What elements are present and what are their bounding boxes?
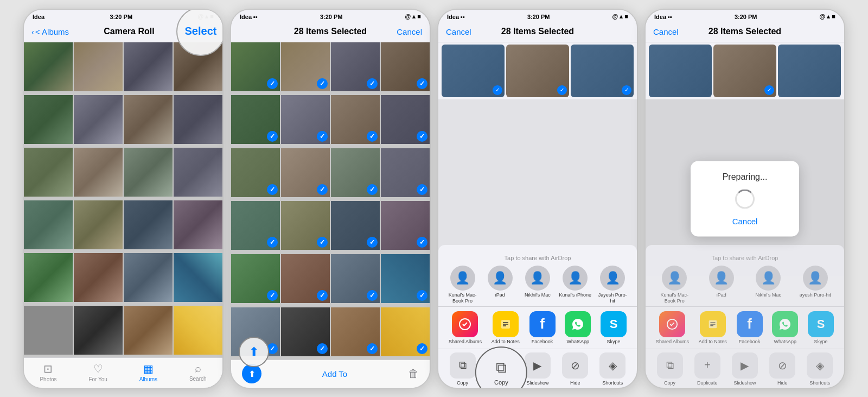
action-hide[interactable]: ⊘ Hide xyxy=(562,352,588,386)
photo-cell[interactable] xyxy=(24,200,73,249)
delete-button[interactable]: 🗑 xyxy=(408,368,419,380)
airdrop-label-4: Tap to share with AirDrop xyxy=(646,251,844,263)
battery-3: @ ▴ ■ xyxy=(612,13,628,20)
airdrop-person[interactable]: 👤 Kunal's iPhone xyxy=(559,266,591,304)
tab-photos[interactable]: ⊡ Photos xyxy=(40,362,56,382)
add-to-button[interactable]: Add To xyxy=(322,369,347,379)
share-app-whatsapp[interactable]: WhatsApp xyxy=(565,311,591,344)
albums-icon: ▦ xyxy=(143,362,154,375)
photo-cell[interactable]: ✓ xyxy=(381,254,430,303)
photo-cell[interactable]: ✓ xyxy=(281,254,330,303)
shared-albums-icon xyxy=(452,311,478,337)
photo-cell[interactable]: ✓ xyxy=(281,42,330,91)
carrier-signal-4: Idea ▪▪ xyxy=(654,14,672,20)
photo-cell[interactable]: ✓ xyxy=(381,307,430,356)
cancel-button-3[interactable]: Cancel xyxy=(446,27,471,36)
action-duplicate-4: + Duplicate xyxy=(694,352,720,386)
tab-for-you[interactable]: ♡ For You xyxy=(88,362,107,382)
airdrop-person[interactable]: 👤 iPad xyxy=(484,266,516,304)
photo-cell[interactable]: ✓ xyxy=(331,254,380,303)
photo-cell[interactable] xyxy=(24,253,73,302)
share-app-shared-albums[interactable]: Shared Albums xyxy=(449,311,482,344)
tab-albums[interactable]: ▦ Albums xyxy=(139,362,157,382)
photo-cell[interactable]: ✓ xyxy=(381,201,430,250)
action-copy[interactable]: ⧉ Copy xyxy=(450,352,476,386)
photo-cell[interactable]: ✓ xyxy=(331,95,380,144)
photo-cell[interactable] xyxy=(24,42,73,91)
tab-search[interactable]: ⌕ Search xyxy=(189,362,207,382)
photo-cell[interactable]: ✓ xyxy=(281,95,330,144)
photo-cell[interactable] xyxy=(174,95,222,144)
share-circle-highlight: ⬆ xyxy=(239,337,269,367)
photo-cell[interactable]: ✓ xyxy=(381,95,430,144)
photo-cell[interactable]: ✓ xyxy=(381,42,430,91)
photo-cell[interactable]: ✓ xyxy=(331,201,380,250)
photo-cell[interactable] xyxy=(124,148,173,197)
photo-cell[interactable]: ✓ xyxy=(231,95,280,144)
photo-cell[interactable]: ✓ xyxy=(231,254,280,303)
airdrop-person[interactable]: 👤 Jayesh Puro-hit xyxy=(596,266,629,304)
airdrop-person-4: 👤 iPad xyxy=(705,266,738,304)
airdrop-avatar: 👤 xyxy=(525,266,550,291)
photo-cell[interactable]: ✓ xyxy=(331,307,380,356)
photo-cell[interactable] xyxy=(74,95,123,144)
notes-icon xyxy=(493,311,519,337)
share-thumb: ✓ xyxy=(571,45,634,97)
photo-cell[interactable] xyxy=(24,306,73,355)
share-app-4: Add to Notes xyxy=(699,311,727,344)
back-albums-button[interactable]: ‹ < Albums xyxy=(31,27,69,36)
slideshow-icon: ▶ xyxy=(525,352,551,379)
action-slideshow[interactable]: ▶ Slideshow xyxy=(525,352,551,386)
photo-cell[interactable] xyxy=(74,42,123,91)
photo-cell[interactable]: ✓ xyxy=(231,42,280,91)
photo-cell[interactable] xyxy=(124,306,173,355)
skype-label-4: Skype xyxy=(814,339,828,344)
skype-icon-4: S xyxy=(808,311,834,337)
photo-cell[interactable]: ✓ xyxy=(281,201,330,250)
copy-label: Copy xyxy=(457,380,468,386)
airdrop-person[interactable]: 👤 Nikhil's Mac xyxy=(521,266,554,304)
preparing-cancel-button[interactable]: Cancel xyxy=(732,216,758,225)
whatsapp-icon xyxy=(565,311,591,337)
photo-cell[interactable]: ✓ xyxy=(231,148,280,197)
photo-cell[interactable] xyxy=(74,306,123,355)
status-bar-3: Idea ▪▪ 3:20 PM @ ▴ ■ xyxy=(438,10,637,22)
photo-cell[interactable] xyxy=(124,42,173,91)
action-slideshow-4: ▶ Slideshow xyxy=(732,352,758,386)
photo-cell[interactable] xyxy=(24,148,73,197)
tab-albums-label: Albums xyxy=(139,376,157,382)
airdrop-row-4: 👤 Kunal's Mac-Book Pro 👤 iPad 👤 Nikhil's… xyxy=(646,263,844,306)
photo-cell[interactable]: ✓ xyxy=(281,307,330,356)
photo-cell[interactable] xyxy=(124,253,173,302)
share-thumb-4 xyxy=(649,45,712,97)
share-app-notes[interactable]: Add to Notes xyxy=(492,311,520,344)
photo-cell[interactable] xyxy=(174,200,222,249)
time-2: 3:20 PM xyxy=(320,14,343,20)
photo-cell[interactable] xyxy=(124,95,173,144)
photo-cell[interactable]: ✓ xyxy=(231,201,280,250)
action-shortcuts[interactable]: ◈ Shortcuts xyxy=(599,352,626,386)
photo-cell[interactable] xyxy=(74,253,123,302)
share-app-facebook[interactable]: f Facebook xyxy=(529,311,556,344)
facebook-label-4: Facebook xyxy=(739,339,761,344)
airdrop-person[interactable]: 👤 Kunal's Mac-Book Pro xyxy=(446,266,479,304)
share-app-skype[interactable]: S Skype xyxy=(601,311,627,344)
photo-cell[interactable] xyxy=(124,200,173,249)
cancel-button-4[interactable]: Cancel xyxy=(653,27,679,36)
facebook-label: Facebook xyxy=(532,339,553,344)
battery-2: @ ▴ ■ xyxy=(405,13,421,20)
airdrop-label: Tap to share with AirDrop xyxy=(438,251,637,263)
nav-bar-3: Cancel 28 Items Selected Cancel xyxy=(438,22,637,42)
photo-cell[interactable] xyxy=(174,306,222,355)
photo-cell[interactable]: ✓ xyxy=(331,148,380,197)
photo-cell[interactable] xyxy=(174,253,222,302)
photo-cell[interactable] xyxy=(24,95,73,144)
photo-cell[interactable] xyxy=(74,148,123,197)
photo-cell[interactable] xyxy=(74,200,123,249)
cancel-right-button-2[interactable]: Cancel xyxy=(397,27,422,36)
photo-cell[interactable]: ✓ xyxy=(331,42,380,91)
photo-cell[interactable] xyxy=(174,148,222,197)
photo-cell[interactable]: ✓ xyxy=(281,148,330,197)
photo-cell[interactable]: ✓ xyxy=(381,148,430,197)
shared-albums-icon-4 xyxy=(659,311,685,337)
